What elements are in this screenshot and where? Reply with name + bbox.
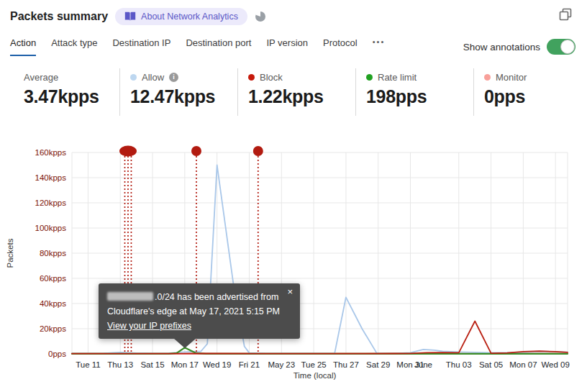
network-analytics-panel: { "header": { "title": "Packets summary"… bbox=[0, 0, 587, 392]
rate-limit-dot bbox=[366, 74, 373, 81]
info-icon[interactable]: i bbox=[169, 73, 178, 82]
tab-destination-port[interactable]: Destination port bbox=[186, 37, 251, 55]
annotation-marker[interactable] bbox=[191, 146, 201, 156]
show-annotations-label: Show annotations bbox=[463, 42, 540, 53]
stat-label: Allow bbox=[142, 72, 164, 83]
x-tick-label: Thu 13 bbox=[107, 360, 133, 369]
tab-destination-ip[interactable]: Destination IP bbox=[112, 37, 170, 55]
y-axis-title: Packets bbox=[6, 224, 14, 282]
stat-label: Average bbox=[24, 72, 58, 83]
y-tick-label: 40kpps bbox=[40, 299, 66, 308]
tab-ip-version[interactable]: IP version bbox=[266, 37, 308, 55]
x-tick-label: Sat 05 bbox=[479, 360, 503, 369]
y-tick-label: 120kpps bbox=[35, 199, 67, 207]
pie-chart-icon[interactable] bbox=[255, 11, 266, 22]
annotation-tooltip: × .0/24 has been advertised from Cloudfl… bbox=[99, 283, 300, 339]
close-icon[interactable]: × bbox=[287, 287, 293, 296]
about-network-analytics-badge[interactable]: About Network Analytics bbox=[115, 8, 247, 25]
panel-header: Packets summary About Network Analytics bbox=[10, 7, 266, 26]
book-icon bbox=[124, 11, 136, 22]
tab-action[interactable]: Action bbox=[10, 37, 36, 56]
stat-value: 0pps bbox=[484, 86, 587, 107]
x-tick-label: Tue 25 bbox=[301, 360, 326, 369]
y-tick-label: 100kpps bbox=[35, 224, 67, 232]
x-tick-label: Fri 21 bbox=[239, 360, 260, 369]
tab-protocol[interactable]: Protocol bbox=[323, 37, 358, 55]
x-tick-label: June bbox=[414, 360, 432, 369]
x-tick-label: Thu 03 bbox=[446, 360, 472, 369]
stat-allow: Allow i 12.47kpps bbox=[119, 68, 237, 116]
toggle-knob bbox=[560, 40, 575, 54]
monitor-dot bbox=[484, 74, 491, 81]
stats-row: Average 3.47kpps Allow i 12.47kpps Block… bbox=[10, 68, 587, 116]
annotation-marker[interactable] bbox=[119, 146, 137, 157]
x-tick-label: Mon 17 bbox=[171, 360, 199, 369]
stat-label: Monitor bbox=[496, 72, 527, 83]
x-tick-label: Sat 29 bbox=[366, 360, 390, 369]
x-axis-title: Time (local) bbox=[72, 371, 558, 380]
stat-value: 12.47kpps bbox=[130, 86, 237, 107]
tooltip-line1: .0/24 has been advertised from bbox=[107, 290, 291, 304]
x-tick-label: May 23 bbox=[268, 360, 295, 369]
copy-icon[interactable] bbox=[558, 7, 573, 22]
show-annotations-toggle[interactable] bbox=[547, 39, 575, 55]
annotation-marker[interactable] bbox=[253, 146, 263, 156]
stat-label: Block bbox=[260, 72, 283, 83]
y-tick-label: 60kpps bbox=[40, 274, 66, 283]
y-tick-label: 160kpps bbox=[35, 148, 67, 157]
stat-average: Average 3.47kpps bbox=[10, 68, 119, 116]
allow-dot bbox=[130, 74, 137, 81]
x-tick-label: Wed 09 bbox=[541, 360, 569, 369]
tabs: Action Attack type Destination IP Destin… bbox=[10, 37, 385, 56]
tabs-row: Action Attack type Destination IP Destin… bbox=[10, 37, 575, 56]
x-tick-label: Thu 27 bbox=[333, 360, 359, 369]
view-ip-prefixes-link[interactable]: View your IP prefixes bbox=[107, 321, 191, 331]
stat-value: 3.47kpps bbox=[24, 86, 119, 107]
tooltip-line1-text: .0/24 has been advertised from bbox=[155, 292, 278, 302]
x-tick-label: Wed 19 bbox=[203, 360, 231, 369]
page-title: Packets summary bbox=[10, 10, 108, 23]
badge-label: About Network Analytics bbox=[141, 12, 238, 22]
stat-value: 1.22kpps bbox=[248, 86, 355, 107]
y-tick-label: 20kpps bbox=[40, 324, 66, 333]
stat-label: Rate limit bbox=[378, 72, 417, 83]
ellipsis-icon[interactable]: ••• bbox=[373, 37, 386, 53]
show-annotations-group: Show annotations bbox=[463, 39, 575, 55]
block-dot bbox=[248, 74, 255, 81]
tab-attack-type[interactable]: Attack type bbox=[51, 37, 97, 55]
y-tick-label: 140kpps bbox=[35, 173, 67, 182]
redacted-ip-prefix bbox=[107, 292, 153, 301]
stat-rate-limit: Rate limit 198pps bbox=[355, 68, 473, 116]
y-tick-label: 80kpps bbox=[40, 249, 66, 257]
y-tick-label: 0pps bbox=[48, 350, 66, 358]
tooltip-line2: Cloudflare's edge at May 17, 2021 5:15 P… bbox=[107, 304, 291, 319]
x-tick-label: Mon 07 bbox=[509, 360, 537, 369]
stat-value: 198pps bbox=[366, 86, 473, 107]
tooltip-arrow bbox=[173, 338, 196, 348]
stat-block: Block 1.22kpps bbox=[237, 68, 355, 116]
x-tick-label: Tue 11 bbox=[76, 360, 101, 369]
x-tick-label: Sat 15 bbox=[140, 360, 164, 369]
stat-monitor: Monitor 0pps bbox=[473, 68, 587, 116]
